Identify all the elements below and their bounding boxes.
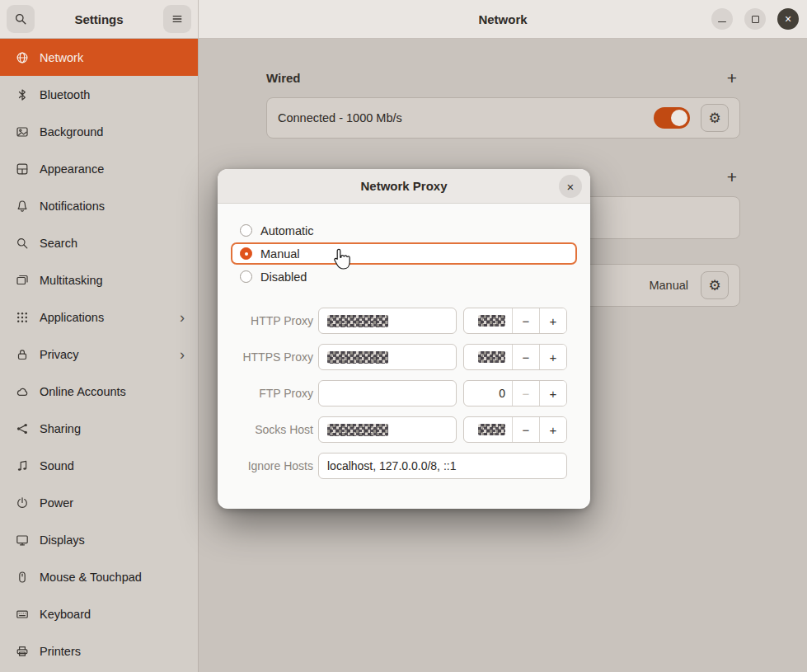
cloud-icon xyxy=(16,385,29,398)
multitasking-windows-icon xyxy=(16,274,29,287)
dialog-headerbar: Network Proxy × xyxy=(218,169,590,204)
proxy-method-automatic[interactable]: Automatic xyxy=(231,219,577,242)
dialog-close-button[interactable]: × xyxy=(559,175,582,198)
power-icon xyxy=(16,496,29,510)
chevron-right-icon: › xyxy=(180,310,188,325)
increment-button[interactable]: + xyxy=(539,345,566,369)
sidebar-list: Network › Bluetooth › Background › Appea… xyxy=(0,39,198,670)
add-wired-button[interactable]: + xyxy=(724,69,740,87)
sidebar-item-network[interactable]: Network › xyxy=(0,39,198,76)
window-controls: × xyxy=(711,8,799,30)
socks-host-row: Socks Host − + xyxy=(231,416,577,443)
radio-icon xyxy=(240,224,252,237)
proxy-status: Manual xyxy=(649,279,688,292)
redacted-value xyxy=(327,315,388,327)
globe-icon xyxy=(16,51,29,64)
keyboard-icon xyxy=(16,608,29,621)
network-proxy-dialog: Network Proxy × Automatic Manual Disable… xyxy=(218,169,590,509)
ignore-hosts-row: Ignore Hosts localhost, 127.0.0.0/8, ::1 xyxy=(231,453,577,479)
minimize-icon xyxy=(718,21,726,23)
radio-icon xyxy=(240,247,252,260)
ftp-proxy-input[interactable] xyxy=(318,380,457,406)
proxy-fields: HTTP Proxy − + HTTPS Proxy − + xyxy=(231,308,577,443)
https-proxy-input[interactable] xyxy=(318,344,457,370)
port-spinbutton: − + xyxy=(463,344,567,370)
proxy-method-options: Automatic Manual Disabled xyxy=(231,219,577,288)
sidebar-item-privacy[interactable]: Privacy › xyxy=(0,336,198,373)
http-proxy-port[interactable] xyxy=(464,308,512,333)
wired-section-title: Wired xyxy=(266,71,301,85)
sidebar-item-multitasking[interactable]: Multitasking › xyxy=(0,261,198,298)
ignore-hosts-value: localhost, 127.0.0.0/8, ::1 xyxy=(327,459,456,472)
sidebar-item-background[interactable]: Background › xyxy=(0,113,198,150)
radio-icon xyxy=(240,270,252,283)
decrement-button[interactable]: − xyxy=(512,345,539,369)
wired-connection-row[interactable]: Connected - 1000 Mb/s ⚙ xyxy=(266,97,740,139)
maximize-button[interactable] xyxy=(744,8,766,30)
sidebar-item-bluetooth[interactable]: Bluetooth › xyxy=(0,76,198,113)
bell-icon xyxy=(16,200,29,213)
ignore-hosts-label: Ignore Hosts xyxy=(237,459,313,472)
proxy-method-disabled[interactable]: Disabled xyxy=(231,266,577,288)
add-connection-button[interactable]: + xyxy=(724,168,740,186)
port-spinbutton: − + xyxy=(463,416,567,443)
gear-icon: ⚙ xyxy=(708,110,720,127)
http-proxy-input[interactable] xyxy=(318,308,457,334)
menu-button[interactable] xyxy=(163,5,191,33)
socks-host-input[interactable] xyxy=(318,416,457,443)
sidebar-item-power[interactable]: Power › xyxy=(0,484,198,521)
sidebar-headerbar: Settings xyxy=(0,0,199,39)
sidebar-item-printers[interactable]: Printers › xyxy=(0,632,198,670)
appearance-icon xyxy=(16,162,29,176)
ignore-hosts-input[interactable]: localhost, 127.0.0.0/8, ::1 xyxy=(318,453,567,479)
sidebar-item-sharing[interactable]: Sharing › xyxy=(0,410,198,447)
port-spinbutton: 0 − + xyxy=(463,380,567,406)
wired-settings-button[interactable]: ⚙ xyxy=(701,104,729,132)
redacted-port xyxy=(478,351,505,363)
sidebar-item-appearance[interactable]: Appearance › xyxy=(0,150,198,187)
decrement-button[interactable]: − xyxy=(512,308,539,333)
sidebar-item-notifications[interactable]: Notifications › xyxy=(0,187,198,224)
redacted-value xyxy=(327,351,388,364)
close-button[interactable]: × xyxy=(777,8,799,30)
decrement-button[interactable]: − xyxy=(512,381,539,406)
ftp-proxy-port[interactable]: 0 xyxy=(464,381,512,406)
sidebar-item-keyboard[interactable]: Keyboard › xyxy=(0,595,198,632)
music-note-icon xyxy=(16,459,29,472)
background-image-icon xyxy=(16,125,29,139)
socks-host-port[interactable] xyxy=(464,417,512,442)
minimize-button[interactable] xyxy=(711,8,733,30)
wired-toggle[interactable] xyxy=(654,107,690,129)
search-icon xyxy=(16,237,29,250)
port-spinbutton: − + xyxy=(463,308,567,334)
proxy-settings-button[interactable]: ⚙ xyxy=(701,271,729,299)
sidebar: Network › Bluetooth › Background › Appea… xyxy=(0,39,199,672)
apps-grid-icon xyxy=(16,311,29,324)
sidebar-item-sound[interactable]: Sound › xyxy=(0,447,198,484)
redacted-port xyxy=(478,315,505,327)
sidebar-item-mouse-touchpad[interactable]: Mouse & Touchpad › xyxy=(0,558,198,595)
headerbar: Settings Network × xyxy=(0,0,807,39)
sidebar-item-displays[interactable]: Displays › xyxy=(0,521,198,558)
search-button[interactable] xyxy=(7,5,35,33)
https-proxy-port[interactable] xyxy=(464,345,512,369)
increment-button[interactable]: + xyxy=(539,308,566,333)
gear-icon: ⚙ xyxy=(708,277,720,294)
mouse-icon xyxy=(16,571,29,584)
redacted-value xyxy=(327,424,388,436)
increment-button[interactable]: + xyxy=(539,381,566,406)
proxy-method-manual[interactable]: Manual xyxy=(231,242,577,265)
sidebar-item-applications[interactable]: Applications › xyxy=(0,298,198,336)
redacted-port xyxy=(478,424,505,435)
chevron-right-icon: › xyxy=(180,347,188,362)
sidebar-item-online-accounts[interactable]: Online Accounts › xyxy=(0,373,198,410)
decrement-button[interactable]: − xyxy=(512,417,539,442)
increment-button[interactable]: + xyxy=(539,417,566,442)
bluetooth-icon xyxy=(16,88,29,101)
maximize-icon xyxy=(752,16,759,23)
share-nodes-icon xyxy=(16,422,29,435)
printer-icon xyxy=(16,645,29,658)
sidebar-item-search[interactable]: Search › xyxy=(0,224,198,261)
display-icon xyxy=(16,533,29,547)
search-icon xyxy=(14,12,27,26)
